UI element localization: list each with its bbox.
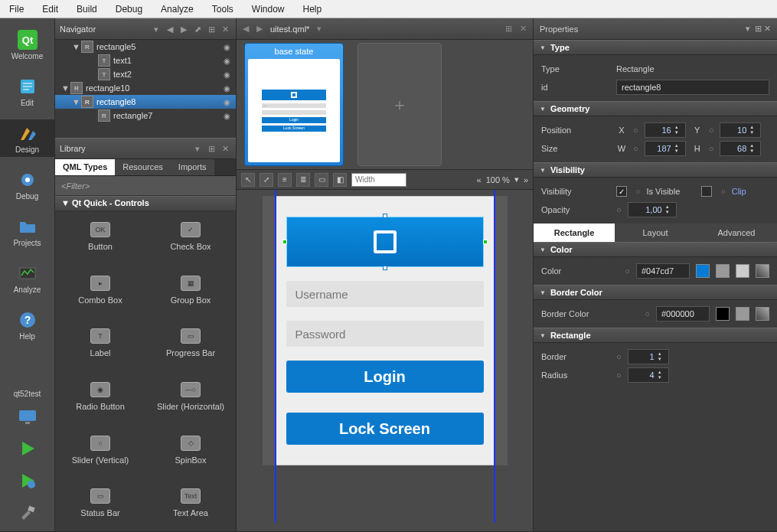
clip-checkbox[interactable] xyxy=(701,186,712,197)
visibility-section-header[interactable]: Visibility xyxy=(534,162,777,178)
mode-edit[interactable]: Edit xyxy=(0,73,54,110)
project-selector[interactable]: qt52test xyxy=(14,390,41,398)
eye-icon[interactable]: ◉ xyxy=(224,112,236,120)
nav-row-text1[interactable]: Ttext1◉ xyxy=(55,54,236,67)
zoom-value[interactable]: 100 % xyxy=(486,175,510,184)
tab-drop-icon[interactable]: ▾ xyxy=(317,24,322,34)
menu-edit[interactable]: Edit xyxy=(33,1,67,18)
play-button[interactable] xyxy=(0,435,54,464)
lib-item-text-area[interactable]: TextText Area xyxy=(145,478,236,528)
lib-item-group-box[interactable]: ▦Group Box xyxy=(145,265,236,315)
eye-icon[interactable]: ◉ xyxy=(224,70,236,79)
border-alt1[interactable] xyxy=(736,307,749,321)
navigator-tree[interactable]: ▼Rrectangle5◉Ttext1◉Ttext2◉▼Rrectangle10… xyxy=(55,40,236,138)
library-filter[interactable]: <Filter> xyxy=(55,176,236,196)
mode-design[interactable]: Design xyxy=(0,119,54,157)
lib-item-spinbox[interactable]: ◇SpinBox xyxy=(145,425,236,475)
nav-back-icon[interactable]: ◀ xyxy=(164,23,176,35)
isvisible-checkbox[interactable] xyxy=(616,186,627,197)
nav-out-icon[interactable]: ⬈ xyxy=(191,23,204,35)
tool-alignright-icon[interactable]: ≣ xyxy=(296,173,310,187)
color-field[interactable] xyxy=(636,263,690,279)
lib-item-slider-vertical-[interactable]: ○Slider (Vertical) xyxy=(55,425,145,475)
play-debug-button[interactable] xyxy=(0,467,54,496)
nav-dropdown-icon[interactable]: ▾ xyxy=(150,23,162,35)
mock-login-button[interactable]: Login xyxy=(286,361,484,393)
handle-right[interactable] xyxy=(483,240,488,244)
mode-welcome[interactable]: QtWelcome xyxy=(0,26,54,64)
tool-alignleft-icon[interactable]: ≡ xyxy=(278,173,292,187)
border-alt2[interactable] xyxy=(756,307,769,321)
border-color-section-header[interactable]: Border Color xyxy=(534,285,777,300)
lib-item-radio-button[interactable]: ◉Radio Button xyxy=(55,371,145,422)
eye-icon[interactable]: ◉ xyxy=(224,98,236,106)
prop-tab-advanced[interactable]: Advanced xyxy=(696,224,777,242)
y-spin[interactable]: ▲▼ xyxy=(720,122,761,138)
nav-row-rectangle5[interactable]: ▼Rrectangle5◉ xyxy=(55,40,236,54)
rectangle-section-header[interactable]: Rectangle xyxy=(534,328,777,343)
design-canvas[interactable]: Username Password Login Lock Screen xyxy=(237,190,533,531)
mock-lock-button[interactable]: Lock Screen xyxy=(286,413,484,445)
nav-row-text2[interactable]: Ttext2◉ xyxy=(55,67,236,81)
nav-close-icon[interactable]: ✕ xyxy=(219,23,231,35)
lib-item-combo-box[interactable]: ▸Combo Box xyxy=(55,265,145,315)
lib-item-slider-horizontal-[interactable]: —○Slider (Horizontal) xyxy=(145,371,236,422)
tool-rect-icon[interactable]: ▭ xyxy=(315,173,328,187)
monitor-button[interactable] xyxy=(0,403,54,432)
menu-file[interactable]: File xyxy=(0,1,33,18)
tab-split-icon[interactable]: ⊞ xyxy=(505,24,512,34)
zoom-next-icon[interactable]: » xyxy=(524,175,528,184)
handle-top[interactable] xyxy=(383,214,387,218)
h-spin[interactable]: ▲▼ xyxy=(720,141,761,156)
nav-pop-icon[interactable]: ⊞ xyxy=(205,23,217,35)
mode-help[interactable]: ?Help xyxy=(0,306,54,344)
mock-header-rect[interactable] xyxy=(286,217,484,267)
lib-tab-imports[interactable]: Imports xyxy=(171,159,214,175)
radius-spin[interactable]: ▲▼ xyxy=(628,367,669,383)
properties-drop-icon[interactable]: ▾ xyxy=(746,24,755,34)
width-field[interactable] xyxy=(351,173,406,187)
geometry-section-header[interactable]: Geometry xyxy=(534,101,777,116)
menu-analyze[interactable]: Analyze xyxy=(152,1,203,18)
tool-move-icon[interactable]: ⤢ xyxy=(260,173,273,187)
lib-tab-resources[interactable]: Resources xyxy=(115,159,171,175)
mock-password-input[interactable]: Password xyxy=(286,321,484,347)
lib-item-check-box[interactable]: ✓Check Box xyxy=(145,211,236,262)
id-field[interactable] xyxy=(616,80,769,95)
tab-close-icon[interactable]: ✕ xyxy=(520,24,527,34)
eye-icon[interactable]: ◉ xyxy=(224,84,236,93)
border-swatch[interactable] xyxy=(716,307,730,321)
tool-select-icon[interactable]: ↖ xyxy=(241,173,255,187)
handle-bottom[interactable] xyxy=(383,266,387,270)
add-state-button[interactable]: ＋ xyxy=(357,43,442,166)
lib-dropdown-icon[interactable]: ▾ xyxy=(191,142,204,155)
lib-close-icon[interactable]: ✕ xyxy=(219,142,231,155)
menu-debug[interactable]: Debug xyxy=(106,1,152,18)
lib-pop-icon[interactable]: ⊞ xyxy=(205,142,217,155)
menu-build[interactable]: Build xyxy=(67,1,106,18)
nav-row-rectangle7[interactable]: Rrectangle7◉ xyxy=(55,109,236,122)
lib-item-button[interactable]: OKButton xyxy=(55,211,145,262)
tab-prev-icon[interactable]: ◀ xyxy=(243,24,249,34)
eye-icon[interactable]: ◉ xyxy=(224,43,236,51)
menu-help[interactable]: Help xyxy=(294,1,331,18)
nav-row-rectangle10[interactable]: ▼Rrectangle10◉ xyxy=(55,81,236,95)
type-section-header[interactable]: Type xyxy=(534,40,777,55)
lib-tab-qml-types[interactable]: QML Types xyxy=(55,159,115,175)
file-tab[interactable]: uitest.qml* xyxy=(270,24,309,34)
color-alt1[interactable] xyxy=(716,264,730,278)
menubar[interactable]: FileEditBuildDebugAnalyzeToolsWindowHelp xyxy=(0,0,777,18)
lib-item-progress-bar[interactable]: ▭Progress Bar xyxy=(145,318,236,368)
color-alt2[interactable] xyxy=(736,264,749,278)
lib-item-status-bar[interactable]: ▭Status Bar xyxy=(55,478,145,528)
opacity-spin[interactable]: ▲▼ xyxy=(628,202,677,217)
menu-tools[interactable]: Tools xyxy=(203,1,243,18)
mode-projects[interactable]: Projects xyxy=(0,213,54,250)
prop-tab-rectangle[interactable]: Rectangle xyxy=(534,224,615,242)
hammer-button[interactable] xyxy=(0,499,54,528)
nav-fwd-icon[interactable]: ▶ xyxy=(178,23,190,35)
zoom-prev-icon[interactable]: « xyxy=(477,175,482,184)
properties-pop-icon[interactable]: ⊞ xyxy=(755,24,764,34)
handle-left[interactable] xyxy=(282,240,287,244)
lib-item-label[interactable]: TLabel xyxy=(55,318,145,368)
